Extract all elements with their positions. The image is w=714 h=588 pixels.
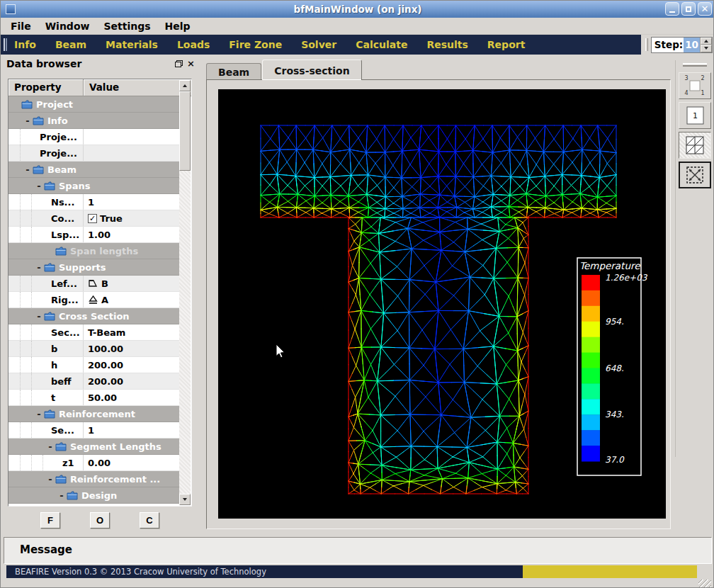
tab-beam[interactable]: Beam [206, 63, 261, 80]
table-row[interactable]: Ns...1 [8, 194, 180, 210]
toolbar-handle[interactable] [4, 38, 7, 51]
toolbar-item-results[interactable]: Results [426, 39, 468, 50]
menu-item-file[interactable]: File [4, 19, 38, 33]
tree-guide [20, 341, 31, 356]
tree-guide [31, 373, 42, 389]
dock-close-button[interactable]: × [187, 60, 195, 67]
step-toolbar-handle[interactable] [645, 38, 648, 51]
value-cell[interactable]: 0.00 [84, 455, 180, 470]
toolbar-item-materials[interactable]: Materials [106, 39, 158, 50]
close-button[interactable]: ✕ [698, 2, 712, 16]
c-button[interactable]: C [140, 512, 159, 528]
render-canvas[interactable]: Temperature1.26e+03954.648.343.37.0 [218, 89, 666, 519]
column-header-value[interactable]: Value [84, 79, 191, 96]
tree-guide [20, 129, 31, 145]
mesh-grid-button[interactable] [679, 132, 711, 159]
table-row[interactable]: Rig...A [8, 292, 180, 308]
step-value[interactable]: 10 [684, 38, 700, 52]
menu-item-settings[interactable]: Settings [96, 19, 157, 33]
o-button[interactable]: O [90, 512, 110, 528]
tree-expander[interactable]: - [34, 409, 44, 419]
view-toolbar-handle[interactable] [683, 63, 707, 67]
table-row[interactable]: b100.00 [8, 341, 180, 357]
four-views-button[interactable]: 3241 [679, 72, 711, 99]
table-row[interactable]: Proje... [8, 129, 180, 145]
zoom-extents-button[interactable] [679, 162, 711, 188]
resize-grip[interactable] [698, 579, 711, 588]
group-label: Span lengths [70, 246, 138, 256]
tree-expander[interactable]: - [34, 262, 44, 273]
tab-cross-section[interactable]: Cross-section [262, 60, 361, 80]
step-down-button[interactable] [701, 45, 712, 52]
maximize-button[interactable] [681, 2, 696, 16]
horizontal-splitter[interactable] [1, 532, 714, 537]
value-cell[interactable]: B [84, 276, 180, 291]
toolbar-item-calculate[interactable]: Calculate [356, 39, 407, 50]
table-row[interactable]: -Design [8, 487, 180, 504]
value-cell[interactable]: ✓True [84, 210, 180, 226]
tree-expander[interactable]: - [34, 311, 44, 322]
table-row[interactable]: -Spans [8, 178, 180, 194]
value-cell[interactable] [84, 145, 180, 161]
tree-expander[interactable]: - [23, 164, 33, 175]
svg-text:343.: 343. [605, 409, 624, 419]
table-row[interactable]: Lef...B [8, 276, 180, 292]
value-cell[interactable]: A [84, 292, 180, 307]
tree-expander[interactable]: - [45, 474, 55, 485]
tree-expander[interactable]: - [45, 441, 55, 452]
toolbar-item-fire-zone[interactable]: Fire Zone [229, 39, 282, 50]
step-up-button[interactable] [701, 38, 712, 45]
value-cell[interactable]: T-Beam [84, 324, 180, 340]
table-row[interactable]: Proje... [8, 145, 180, 162]
title-bar[interactable]: bfMainWindow (on jinx) ✕ [1, 1, 714, 18]
scroll-down-button[interactable] [179, 494, 191, 505]
table-row[interactable]: Sec...T-Beam [8, 324, 180, 341]
value-cell[interactable]: 1.00 [84, 227, 180, 242]
table-row[interactable]: Co...✓True [8, 210, 180, 227]
table-row[interactable]: -Reinforcement ... [8, 471, 180, 487]
tree-expander[interactable]: - [23, 115, 33, 126]
table-row[interactable]: Span lengths [8, 243, 180, 259]
tree-guide [8, 422, 20, 438]
table-row[interactable]: -Cross Section [8, 308, 180, 324]
single-view-button[interactable]: 1 [679, 102, 711, 129]
tree-scrollbar[interactable] [179, 80, 191, 505]
minimize-button[interactable] [665, 2, 679, 16]
dock-float-button[interactable] [175, 60, 183, 67]
value-cell[interactable]: 200.00 [84, 373, 180, 389]
toolbar-item-report[interactable]: Report [487, 39, 526, 50]
value-cell[interactable]: 1 [84, 422, 180, 438]
dock-header[interactable]: Data browser × [2, 56, 199, 72]
checkbox[interactable]: ✓ [88, 214, 97, 223]
scrollbar-thumb[interactable] [179, 91, 191, 171]
table-row[interactable]: z10.00 [8, 455, 180, 471]
scroll-up-button[interactable] [179, 80, 191, 91]
toolbar-item-solver[interactable]: Solver [301, 39, 336, 50]
step-spinbox[interactable]: Step: 10 [651, 37, 713, 53]
tree-expander[interactable]: - [57, 490, 67, 501]
value-cell[interactable]: 200.00 [84, 357, 180, 373]
value-cell[interactable] [84, 129, 180, 145]
toolbar-item-loads[interactable]: Loads [177, 39, 210, 50]
table-row[interactable]: t50.00 [8, 390, 180, 406]
table-row[interactable]: Lsp...1.00 [8, 227, 180, 243]
value-cell[interactable]: 50.00 [84, 390, 180, 405]
toolbar-item-info[interactable]: Info [14, 39, 36, 50]
f-button[interactable]: F [40, 512, 60, 528]
value-cell[interactable]: 100.00 [84, 341, 180, 356]
value-cell[interactable]: 1 [84, 194, 180, 210]
menu-item-help[interactable]: Help [158, 19, 198, 33]
menu-item-window[interactable]: Window [38, 19, 97, 33]
table-row[interactable]: Project [8, 96, 180, 113]
table-row[interactable]: -Segment Lengths [8, 439, 180, 455]
column-header-property[interactable]: Property [8, 79, 84, 96]
table-row[interactable]: Se...1 [8, 422, 180, 439]
table-row[interactable]: h200.00 [8, 357, 180, 373]
table-row[interactable]: -Supports [8, 259, 180, 276]
tree-expander[interactable]: - [34, 181, 44, 191]
table-row[interactable]: -Info [8, 113, 180, 129]
table-row[interactable]: beff200.00 [8, 373, 180, 390]
toolbar-item-beam[interactable]: Beam [55, 39, 86, 50]
table-row[interactable]: -Beam [8, 162, 180, 178]
table-row[interactable]: -Reinforcement [8, 406, 180, 422]
